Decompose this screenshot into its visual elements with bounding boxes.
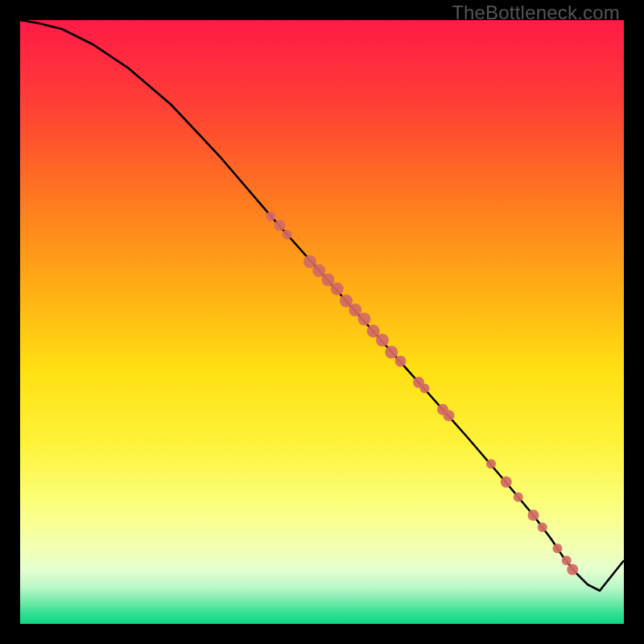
data-point bbox=[358, 312, 371, 325]
data-point bbox=[501, 477, 512, 488]
chart-frame: TheBottleneck.com bbox=[0, 0, 644, 644]
data-point bbox=[514, 493, 523, 502]
data-point bbox=[420, 384, 430, 394]
gradient-background bbox=[20, 20, 624, 624]
data-point bbox=[567, 564, 578, 576]
data-point bbox=[553, 543, 563, 553]
chart-svg bbox=[20, 20, 624, 624]
data-point bbox=[331, 283, 344, 295]
watermark-text: TheBottleneck.com bbox=[452, 2, 620, 24]
data-point bbox=[562, 555, 572, 565]
data-point bbox=[444, 410, 455, 421]
data-point bbox=[385, 346, 398, 359]
data-point bbox=[275, 220, 286, 231]
plot-area bbox=[20, 20, 624, 624]
data-point bbox=[283, 229, 292, 239]
data-point bbox=[376, 334, 389, 347]
data-point bbox=[395, 356, 407, 367]
data-point bbox=[266, 212, 275, 221]
data-point bbox=[528, 510, 539, 521]
data-point bbox=[538, 522, 547, 532]
data-point bbox=[486, 459, 496, 469]
